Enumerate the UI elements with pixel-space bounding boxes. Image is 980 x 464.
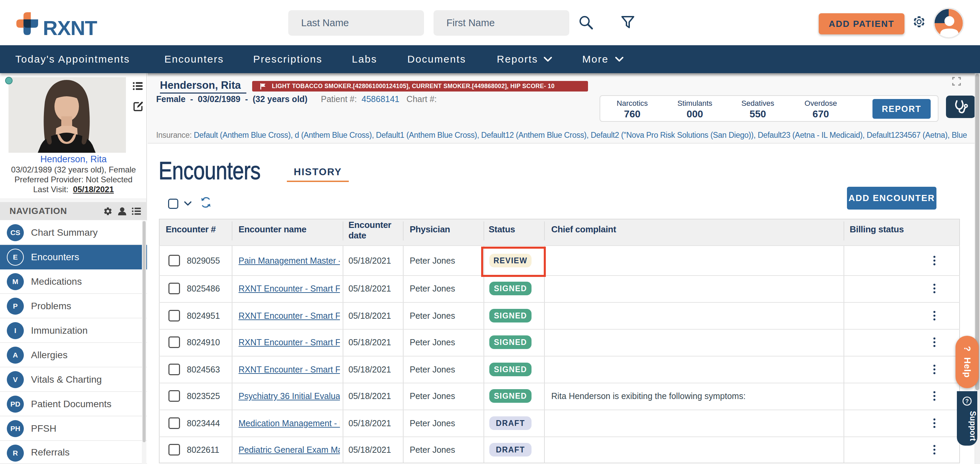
svg-text:RXNT: RXNT <box>43 17 97 39</box>
svg-text:?: ? <box>966 398 969 404</box>
